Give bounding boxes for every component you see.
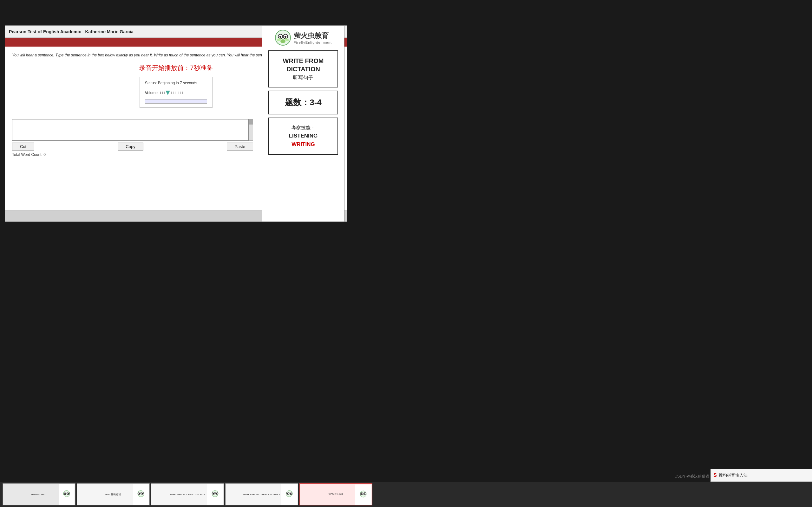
svg-point-5 [285,36,287,38]
ime-text: 搜狗拼音输入法 [719,472,748,478]
svg-point-28 [290,493,292,494]
skill-label: 考察技能： [273,124,334,131]
cut-button[interactable]: Cut [12,143,34,151]
audio-progress-bar [145,99,207,104]
writing-label: WRITING [273,140,334,149]
wfd-card: WRITE FROM DICTATION 听写句子 [268,50,338,88]
wfd-subtitle: 听写句子 [273,74,334,81]
svg-point-4 [280,36,281,38]
taskbar-logo-2 [133,484,149,505]
svg-point-23 [216,493,217,494]
answer-textarea[interactable] [12,119,249,141]
text-input-wrapper [12,119,253,141]
volume-track[interactable] [159,90,201,96]
paste-button[interactable]: Paste [227,143,253,151]
wfd-title: WRITE FROM DICTATION [273,57,334,73]
ime-icon: S [713,472,717,478]
tick-5 [173,92,173,94]
scrollbar-thumb [249,119,253,124]
skills-content: 考察技能： LISTENING WRITING [273,124,334,149]
csdn-watermark: CSDN @盛汉的猫猫 [674,474,709,479]
taskbar-item-4[interactable]: HIGHLIGHT INCORRECT WORDS 2 [225,483,298,505]
tick-2 [162,92,163,94]
svg-point-13 [67,493,69,494]
taskbar-item-2[interactable]: HIW 评分标准 [77,483,150,505]
question-count-card: 题数：3-4 [268,91,338,114]
edit-buttons: Cut Copy Paste [12,143,253,151]
taskbar-logo-4 [281,484,297,505]
taskbar-logo-5 [355,485,371,505]
svg-point-32 [361,493,362,495]
audio-status: Status: Beginning in 7 seconds. [145,81,207,85]
tick-6 [175,92,175,94]
listening-label: LISTENING [273,131,334,140]
status-value: Beginning in 7 seconds. [158,81,198,85]
svg-point-18 [142,493,143,494]
copy-button[interactable]: Copy [118,143,143,151]
logo-sub-text: FireflyEnlightenment [294,41,332,44]
audio-box: Status: Beginning in 7 seconds. Volume [140,77,212,108]
volume-label: Volume [145,91,158,95]
tick-4 [171,92,171,94]
taskbar-item-1[interactable]: Pearson Test... [3,483,75,505]
tick-8 [179,92,179,94]
svg-point-17 [139,493,140,494]
tick-9 [181,92,181,94]
window-title: Pearson Test of English Academic - Kathe… [9,29,134,34]
tick-10 [183,92,183,94]
logo-icon [275,30,291,46]
tick-7 [177,92,177,94]
logo-main-text: 萤火虫教育 [294,31,332,41]
taskbar-logo-1 [59,484,74,505]
taskbar-item-3[interactable]: HIGHLIGHT INCORRECT WORDS [151,483,224,505]
logo-text: 萤火虫教育 FireflyEnlightenment [294,31,332,44]
text-scrollbar[interactable] [249,119,253,141]
taskbar: Pearson Test... HIW 评分标准 HIGHLIGHT IN [0,482,812,507]
tick-3 [164,92,165,94]
logo-area: 萤火虫教育 FireflyEnlightenment [275,30,332,46]
volume-thumb[interactable] [165,91,170,95]
tick-1 [160,92,161,94]
svg-point-22 [213,493,214,494]
ime-bar[interactable]: S 搜狗拼音输入法 [711,469,812,482]
svg-point-12 [64,493,66,494]
svg-point-33 [364,493,365,495]
svg-point-6 [281,39,286,43]
right-panel: 萤火虫教育 FireflyEnlightenment WRITE FROM DI… [262,25,345,222]
taskbar-logo-3 [207,484,223,505]
volume-row: Volume [145,90,207,96]
taskbar-item-5[interactable]: WFD 评分标准 [299,483,372,505]
skills-card: 考察技能： LISTENING WRITING [268,118,338,155]
svg-point-27 [287,493,288,494]
question-count-value: 题数：3-4 [273,97,334,108]
